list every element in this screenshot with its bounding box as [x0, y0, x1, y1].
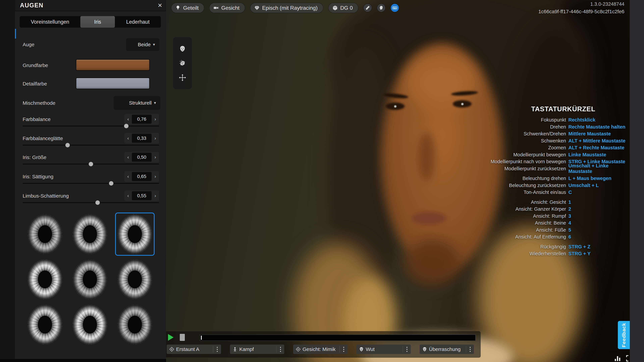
iris-texture-option-5[interactable] [70, 258, 110, 301]
tab-lederhaut[interactable]: Lederhaut [115, 16, 161, 28]
playhead[interactable] [201, 336, 202, 340]
base-color-swatch[interactable] [76, 59, 150, 71]
iris-texture-option-2[interactable] [70, 213, 110, 256]
slider-thumb[interactable] [96, 200, 100, 205]
timeline-track[interactable] [200, 335, 476, 341]
blend-method-dropdown[interactable]: Strukturell ▼ [114, 96, 160, 110]
shortcut-keys: L + Maus bewegen [568, 176, 612, 181]
detail-color-label: Detailfarbe [23, 81, 47, 87]
panel-tabs: VoreinstellungenIrisLederhaut [20, 16, 161, 28]
slider-track[interactable] [23, 145, 159, 146]
tool-move-icon[interactable] [178, 73, 187, 82]
increment-button[interactable]: › [152, 114, 159, 124]
shortcut-group-1: FokuspunktRechtsklickDrehenRechte Mausta… [483, 116, 626, 172]
decrement-button[interactable]: ‹ [124, 171, 132, 182]
slider-track[interactable] [23, 183, 159, 184]
iris-texture-option-1[interactable] [25, 213, 65, 256]
tool-face-icon[interactable] [178, 44, 187, 54]
animation-clip-erstaunt-a[interactable]: Erstaunt A [167, 345, 221, 354]
increment-button[interactable]: › [152, 133, 159, 144]
clip-menu-kebab-icon[interactable] [213, 347, 221, 352]
shortcut-action: Zoomen [483, 145, 566, 150]
clip-label: Wut [366, 347, 403, 352]
slider-value[interactable]: 0,76 [132, 115, 152, 124]
shortcut-keys: 3 [568, 213, 571, 219]
toolbar-button-dg-0[interactable]: DG 0 [328, 3, 358, 13]
close-icon[interactable]: ✕ [158, 0, 162, 11]
tab-voreinstellungen[interactable]: Voreinstellungen [20, 16, 80, 28]
eye-select-dropdown[interactable]: Beide ▼ [126, 38, 159, 51]
toggle-head-profile-icon[interactable] [377, 4, 385, 12]
session-id: 1c66ca9f-ff17-446c-48f9-5c8c2f1c2fe6 [538, 8, 624, 15]
slider-value[interactable]: 0,33 [132, 134, 152, 143]
blend-method-value: Strukturell [129, 100, 152, 106]
slider-3: Iris: Größe‹0,50› [23, 152, 159, 170]
mesh-icon [178, 59, 186, 67]
toggle-sculpt-icon[interactable] [364, 4, 372, 12]
increment-button[interactable]: › [152, 171, 159, 182]
detail-color-swatch[interactable] [76, 78, 150, 89]
clip-label: Erstaunt A [176, 347, 213, 352]
clip-menu-kebab-icon[interactable] [276, 347, 284, 352]
viewport-3d[interactable]: GeteiltGesichtEpisch (mit Raytracing)DG … [166, 0, 630, 362]
decrement-button[interactable]: ‹ [124, 190, 132, 201]
slider-thumb[interactable] [124, 124, 128, 128]
iris-texture-option-8[interactable] [70, 303, 110, 346]
toolbar-button-geteilt[interactable]: Geteilt [172, 3, 204, 13]
face-icon [178, 45, 186, 53]
panel-header: AUGEN ✕ [15, 0, 166, 11]
tool-mesh-icon[interactable] [178, 58, 187, 68]
iris-texture-option-9[interactable] [115, 303, 155, 346]
tab-iris[interactable]: Iris [80, 16, 115, 28]
clip-menu-kebab-icon[interactable] [340, 347, 348, 352]
edit-tool-rail [173, 37, 192, 89]
decrement-button[interactable]: ‹ [124, 133, 132, 144]
slider-thumb[interactable] [66, 143, 70, 147]
decrement-button[interactable]: ‹ [124, 114, 132, 124]
animation-clips: Erstaunt AKampfGesicht: MimikWutÜberrasc… [167, 345, 474, 354]
shortcut-action: Ansicht: Gesicht [483, 199, 566, 205]
toolbar-button-episch-mit-raytracing-[interactable]: Episch (mit Raytracing) [250, 3, 323, 13]
increment-button[interactable]: › [152, 190, 159, 201]
stats-icon[interactable] [614, 355, 622, 362]
animation-clip-überraschung[interactable]: Überraschung [420, 345, 474, 354]
clip-menu-kebab-icon[interactable] [466, 347, 474, 352]
decrement-button[interactable]: ‹ [124, 152, 132, 163]
toggle-keyboard-icon-active[interactable] [391, 4, 399, 12]
iris-thumbnail [28, 214, 62, 254]
slider-track[interactable] [23, 164, 159, 165]
keyboard-shortcuts-overlay: TASTATURKÜRZEL FokuspunktRechtsklickDreh… [483, 105, 626, 260]
slider-thumb[interactable] [88, 162, 93, 166]
clip-label: Gesicht: Mimik [302, 347, 340, 352]
shortcut-group-3: Ansicht: Gesicht1Ansicht: Ganzer Körper2… [483, 199, 626, 241]
feedback-button[interactable]: Feedback [618, 321, 630, 349]
animation-clip-kampf[interactable]: Kampf [230, 345, 284, 354]
shortcut-action: Ton-Ansicht ein/aus [483, 190, 566, 195]
slider-track[interactable] [23, 125, 159, 126]
slider-1: Farbbalance‹0,76› [23, 114, 159, 132]
play-button[interactable] [168, 334, 174, 341]
shortcut-group-4: RückgängigSTRG + ZWiederherstellenSTRG +… [483, 243, 626, 257]
animation-clip-wut[interactable]: Wut [356, 345, 411, 354]
slider-value[interactable]: 0,65 [132, 172, 152, 181]
sculpt-icon [365, 5, 370, 10]
slider-track[interactable] [23, 202, 159, 203]
increment-button[interactable]: › [152, 152, 159, 163]
slider-value[interactable]: 0,50 [132, 153, 152, 162]
chevron-down-icon: ▼ [153, 101, 157, 105]
panel-title: AUGEN [20, 0, 44, 11]
iris-texture-option-6[interactable] [115, 258, 155, 301]
stop-button[interactable] [180, 334, 185, 341]
slider-value[interactable]: 0,55 [132, 191, 152, 200]
slider-thumb[interactable] [109, 181, 114, 186]
iris-texture-option-4[interactable] [25, 258, 65, 301]
toolbar-button-gesicht[interactable]: Gesicht [210, 3, 245, 13]
panel-scroll-accent [15, 29, 16, 38]
iris-texture-option-7[interactable] [25, 303, 65, 346]
clip-menu-kebab-icon[interactable] [403, 347, 411, 352]
iris-texture-option-3-selected[interactable] [115, 213, 155, 256]
right-edge-strip [630, 0, 644, 362]
shortcut-keys: Rechtsklick [568, 117, 595, 123]
mask-icon [356, 347, 366, 352]
animation-clip-gesicht-mimik[interactable]: Gesicht: Mimik [293, 345, 348, 354]
